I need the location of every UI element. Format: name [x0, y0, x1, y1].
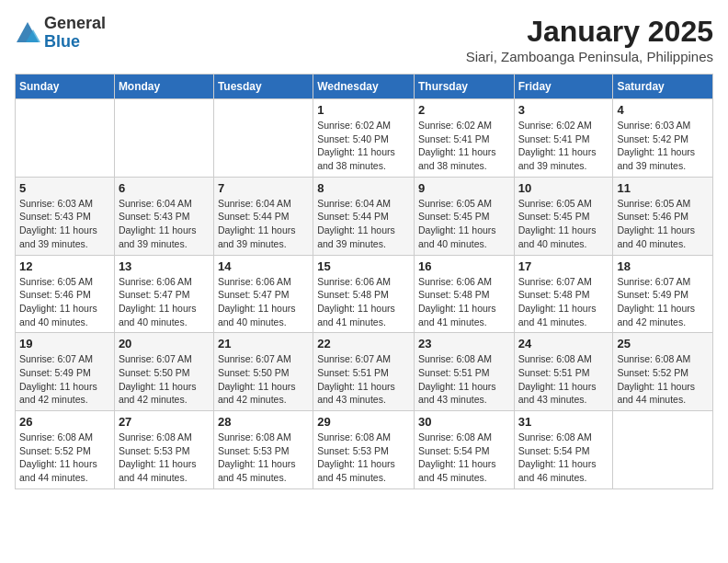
calendar-cell: 10Sunrise: 6:05 AMSunset: 5:45 PMDayligh… — [514, 177, 613, 255]
calendar-cell: 13Sunrise: 6:06 AMSunset: 5:47 PMDayligh… — [114, 255, 213, 333]
calendar-cell — [613, 411, 713, 489]
logo-blue-text: Blue — [44, 33, 106, 52]
weekday-header-thursday: Thursday — [414, 75, 514, 99]
calendar-cell: 23Sunrise: 6:08 AMSunset: 5:51 PMDayligh… — [414, 333, 514, 411]
day-number: 28 — [218, 415, 309, 429]
day-number: 22 — [317, 337, 410, 350]
day-number: 10 — [518, 181, 609, 195]
day-info: Sunrise: 6:05 AMSunset: 5:45 PMDaylight:… — [518, 197, 609, 251]
calendar-cell: 19Sunrise: 6:07 AMSunset: 5:49 PMDayligh… — [16, 333, 115, 411]
day-info: Sunrise: 6:08 AMSunset: 5:53 PMDaylight:… — [119, 431, 210, 485]
calendar-cell: 18Sunrise: 6:07 AMSunset: 5:49 PMDayligh… — [613, 255, 713, 333]
logo-text: General Blue — [44, 15, 106, 52]
weekday-header-saturday: Saturday — [613, 75, 713, 99]
weekday-header-friday: Friday — [514, 75, 613, 99]
day-info: Sunrise: 6:02 AMSunset: 5:40 PMDaylight:… — [317, 119, 410, 173]
day-info: Sunrise: 6:03 AMSunset: 5:42 PMDaylight:… — [617, 119, 709, 173]
day-number: 23 — [418, 337, 510, 350]
day-info: Sunrise: 6:07 AMSunset: 5:50 PMDaylight:… — [218, 352, 309, 407]
day-number: 7 — [218, 181, 309, 195]
calendar-cell — [16, 99, 115, 178]
day-info: Sunrise: 6:04 AMSunset: 5:44 PMDaylight:… — [218, 197, 309, 251]
day-number: 8 — [317, 181, 410, 195]
calendar-cell: 22Sunrise: 6:07 AMSunset: 5:51 PMDayligh… — [313, 333, 415, 411]
calendar-cell: 30Sunrise: 6:08 AMSunset: 5:54 PMDayligh… — [414, 411, 514, 489]
day-info: Sunrise: 6:05 AMSunset: 5:46 PMDaylight:… — [617, 197, 709, 251]
day-info: Sunrise: 6:04 AMSunset: 5:43 PMDaylight:… — [119, 197, 210, 251]
calendar-cell: 25Sunrise: 6:08 AMSunset: 5:52 PMDayligh… — [613, 333, 713, 411]
logo-icon — [15, 20, 40, 46]
day-number: 16 — [418, 259, 510, 273]
day-info: Sunrise: 6:07 AMSunset: 5:49 PMDaylight:… — [617, 275, 709, 329]
day-info: Sunrise: 6:03 AMSunset: 5:43 PMDaylight:… — [19, 197, 110, 251]
calendar-cell: 27Sunrise: 6:08 AMSunset: 5:53 PMDayligh… — [114, 411, 213, 489]
day-number: 17 — [518, 259, 609, 273]
day-info: Sunrise: 6:05 AMSunset: 5:45 PMDaylight:… — [418, 197, 510, 251]
calendar-cell: 6Sunrise: 6:04 AMSunset: 5:43 PMDaylight… — [114, 177, 213, 255]
calendar-cell: 7Sunrise: 6:04 AMSunset: 5:44 PMDaylight… — [213, 177, 313, 255]
day-number: 9 — [418, 181, 510, 195]
calendar-cell: 14Sunrise: 6:06 AMSunset: 5:47 PMDayligh… — [213, 255, 313, 333]
calendar-cell — [213, 99, 313, 178]
day-info: Sunrise: 6:08 AMSunset: 5:53 PMDaylight:… — [317, 431, 410, 485]
day-number: 31 — [518, 415, 609, 429]
day-info: Sunrise: 6:02 AMSunset: 5:41 PMDaylight:… — [418, 119, 510, 173]
day-number: 13 — [119, 259, 210, 273]
day-info: Sunrise: 6:06 AMSunset: 5:48 PMDaylight:… — [317, 275, 410, 329]
calendar-cell: 1Sunrise: 6:02 AMSunset: 5:40 PMDaylight… — [313, 99, 415, 178]
day-number: 6 — [119, 181, 210, 195]
day-number: 20 — [119, 337, 210, 350]
day-number: 29 — [317, 415, 410, 429]
calendar-week-row: 19Sunrise: 6:07 AMSunset: 5:49 PMDayligh… — [16, 333, 713, 411]
day-info: Sunrise: 6:08 AMSunset: 5:52 PMDaylight:… — [19, 431, 110, 485]
day-number: 4 — [617, 103, 709, 117]
calendar-week-row: 12Sunrise: 6:05 AMSunset: 5:46 PMDayligh… — [16, 255, 713, 333]
day-info: Sunrise: 6:08 AMSunset: 5:54 PMDaylight:… — [418, 431, 510, 485]
day-info: Sunrise: 6:08 AMSunset: 5:51 PMDaylight:… — [418, 352, 510, 407]
day-number: 14 — [218, 259, 309, 273]
weekday-header-tuesday: Tuesday — [213, 75, 313, 99]
calendar-cell: 24Sunrise: 6:08 AMSunset: 5:51 PMDayligh… — [514, 333, 613, 411]
logo: General Blue — [15, 15, 106, 52]
calendar-week-row: 26Sunrise: 6:08 AMSunset: 5:52 PMDayligh… — [16, 411, 713, 489]
title-block: January 2025 Siari, Zamboanga Peninsula,… — [466, 15, 713, 64]
location-subtitle: Siari, Zamboanga Peninsula, Philippines — [466, 49, 713, 64]
day-info: Sunrise: 6:08 AMSunset: 5:54 PMDaylight:… — [518, 431, 609, 485]
calendar-cell — [114, 99, 213, 178]
calendar-cell: 8Sunrise: 6:04 AMSunset: 5:44 PMDaylight… — [313, 177, 415, 255]
day-info: Sunrise: 6:07 AMSunset: 5:50 PMDaylight:… — [119, 352, 210, 407]
day-info: Sunrise: 6:06 AMSunset: 5:47 PMDaylight:… — [218, 275, 309, 329]
calendar-cell: 11Sunrise: 6:05 AMSunset: 5:46 PMDayligh… — [613, 177, 713, 255]
day-number: 5 — [19, 181, 110, 195]
calendar-week-row: 1Sunrise: 6:02 AMSunset: 5:40 PMDaylight… — [16, 99, 713, 178]
calendar-cell: 17Sunrise: 6:07 AMSunset: 5:48 PMDayligh… — [514, 255, 613, 333]
day-info: Sunrise: 6:08 AMSunset: 5:51 PMDaylight:… — [518, 352, 609, 407]
calendar-cell: 29Sunrise: 6:08 AMSunset: 5:53 PMDayligh… — [313, 411, 415, 489]
day-number: 11 — [617, 181, 709, 195]
day-info: Sunrise: 6:06 AMSunset: 5:48 PMDaylight:… — [418, 275, 510, 329]
day-number: 15 — [317, 259, 410, 273]
day-number: 25 — [617, 337, 709, 350]
calendar-cell: 31Sunrise: 6:08 AMSunset: 5:54 PMDayligh… — [514, 411, 613, 489]
day-number: 12 — [19, 259, 110, 273]
day-number: 1 — [317, 103, 410, 117]
calendar-cell: 5Sunrise: 6:03 AMSunset: 5:43 PMDaylight… — [16, 177, 115, 255]
weekday-header-sunday: Sunday — [16, 75, 115, 99]
weekday-header-row: SundayMondayTuesdayWednesdayThursdayFrid… — [16, 75, 713, 99]
day-info: Sunrise: 6:06 AMSunset: 5:47 PMDaylight:… — [119, 275, 210, 329]
page-header: General Blue January 2025 Siari, Zamboan… — [15, 15, 713, 64]
day-number: 19 — [19, 337, 110, 350]
day-info: Sunrise: 6:08 AMSunset: 5:53 PMDaylight:… — [218, 431, 309, 485]
calendar-cell: 12Sunrise: 6:05 AMSunset: 5:46 PMDayligh… — [16, 255, 115, 333]
day-info: Sunrise: 6:07 AMSunset: 5:48 PMDaylight:… — [518, 275, 609, 329]
month-title: January 2025 — [466, 15, 713, 49]
day-number: 3 — [518, 103, 609, 117]
calendar-cell: 2Sunrise: 6:02 AMSunset: 5:41 PMDaylight… — [414, 99, 514, 178]
weekday-header-monday: Monday — [114, 75, 213, 99]
calendar-cell: 16Sunrise: 6:06 AMSunset: 5:48 PMDayligh… — [414, 255, 514, 333]
day-number: 27 — [119, 415, 210, 429]
calendar-table: SundayMondayTuesdayWednesdayThursdayFrid… — [15, 74, 713, 489]
day-info: Sunrise: 6:02 AMSunset: 5:41 PMDaylight:… — [518, 119, 609, 173]
calendar-cell: 21Sunrise: 6:07 AMSunset: 5:50 PMDayligh… — [213, 333, 313, 411]
day-info: Sunrise: 6:07 AMSunset: 5:51 PMDaylight:… — [317, 352, 410, 407]
